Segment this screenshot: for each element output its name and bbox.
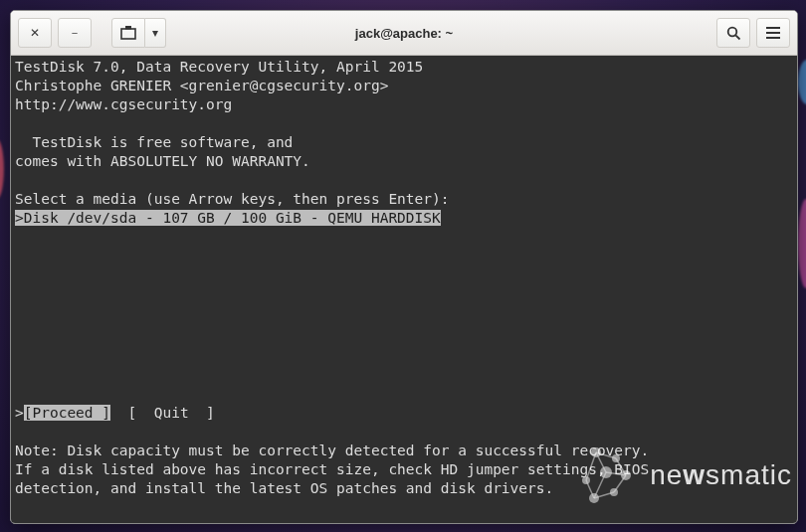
new-tab-group: ▾ xyxy=(108,18,169,48)
svg-line-3 xyxy=(735,35,739,39)
proceed-button[interactable]: [Proceed ] xyxy=(24,405,110,421)
menu-caret: > xyxy=(15,405,24,421)
svg-rect-6 xyxy=(766,37,780,39)
terminal-output[interactable]: TestDisk 7.0, Data Recovery Utility, Apr… xyxy=(11,56,797,523)
titlebar: ✕ － ▾ jack@apache: ~ xyxy=(11,11,797,56)
hamburger-menu-button[interactable] xyxy=(756,18,790,48)
search-button[interactable] xyxy=(716,18,750,48)
testdisk-url-line: http://www.cgsecurity.org xyxy=(15,96,232,112)
search-icon xyxy=(726,26,741,41)
testdisk-intro-line1: TestDisk is free software, and xyxy=(15,134,293,150)
testdisk-author-line: Christophe GRENIER <grenier@cgsecurity.o… xyxy=(15,78,388,93)
testdisk-intro-line2: comes with ABSOLUTELY NO WARRANTY. xyxy=(15,153,310,169)
new-tab-menu-button[interactable]: ▾ xyxy=(145,18,166,48)
note-line-2: If a disk listed above has incorrect siz… xyxy=(15,460,649,479)
disk-item-selected[interactable]: >Disk /dev/sda - 107 GB / 100 GiB - QEMU… xyxy=(15,210,441,226)
menu-row: >[Proceed ] [ Quit ] xyxy=(15,404,215,423)
quit-button[interactable]: [ Quit ] xyxy=(128,405,215,421)
svg-point-2 xyxy=(727,27,736,36)
close-button[interactable]: ✕ xyxy=(18,18,52,48)
svg-rect-4 xyxy=(766,27,780,29)
minimize-button[interactable]: － xyxy=(58,18,92,48)
testdisk-version-line: TestDisk 7.0, Data Recovery Utility, Apr… xyxy=(15,59,423,75)
svg-rect-1 xyxy=(125,26,131,30)
new-tab-icon xyxy=(120,26,136,40)
hamburger-icon xyxy=(766,27,780,39)
new-tab-button[interactable] xyxy=(111,18,145,48)
select-media-prompt: Select a media (use Arrow keys, then pre… xyxy=(15,191,450,207)
note-line-1: Note: Disk capacity must be correctly de… xyxy=(15,442,649,460)
note-line-3: detection, and install the latest OS pat… xyxy=(15,479,553,498)
svg-rect-0 xyxy=(121,29,135,39)
terminal-window: ✕ － ▾ jack@apache: ~ xyxy=(10,10,798,524)
svg-rect-5 xyxy=(766,32,780,34)
